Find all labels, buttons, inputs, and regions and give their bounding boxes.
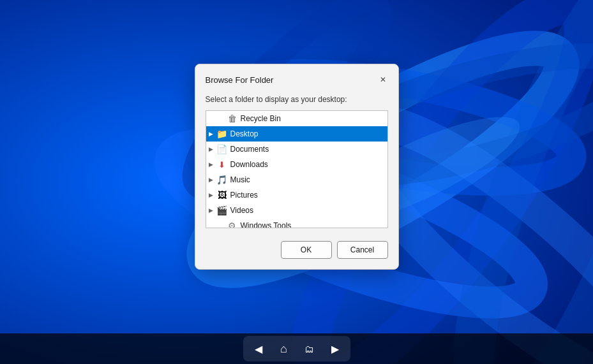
documents-icon: 📄 (216, 143, 228, 155)
dialog-body: Select a folder to display as your deskt… (195, 92, 398, 236)
downloads-label: Downloads (230, 160, 268, 169)
tree-item-documents[interactable]: ▶ 📄 Documents (206, 142, 387, 157)
tree-item-downloads[interactable]: ▶ ⬇ Downloads (206, 157, 387, 172)
arrow-downloads: ▶ (206, 159, 216, 170)
dialog-footer: OK Cancel (195, 236, 398, 269)
arrow-pictures: ▶ (206, 190, 216, 200)
music-icon: 🎵 (216, 174, 228, 186)
dialog-titlebar: Browse For Folder ✕ (195, 64, 398, 92)
arrow-music: ▶ (206, 175, 216, 185)
cancel-button[interactable]: Cancel (337, 241, 388, 259)
tree-item-pictures[interactable]: ▶ 🖼 Pictures (206, 187, 387, 203)
arrow-documents: ▶ (206, 144, 216, 154)
windows-tools-label: Windows Tools (241, 221, 292, 228)
music-label: Music (230, 175, 250, 184)
downloads-icon: ⬇ (216, 159, 228, 170)
ok-button[interactable]: OK (281, 241, 332, 259)
arrow-desktop: ▶ (206, 129, 216, 139)
tree-item-windows-tools[interactable]: ▶ ⚙ Windows Tools (206, 218, 387, 228)
recycle-bin-icon: 🗑 (227, 113, 238, 124)
recycle-bin-label: Recycle Bin (241, 114, 281, 123)
tree-item-videos[interactable]: ▶ 🎬 Videos (206, 203, 387, 218)
tree-item-music[interactable]: ▶ 🎵 Music (206, 172, 387, 187)
arrow-videos: ▶ (206, 205, 216, 215)
folder-tree[interactable]: ▶ 🗑 Recycle Bin ▶ 📁 Desktop ▶ 📄 Document… (206, 110, 388, 228)
browse-folder-dialog: Browse For Folder ✕ Select a folder to d… (195, 64, 399, 270)
tree-item-desktop[interactable]: ▶ 📁 Desktop (206, 126, 387, 142)
tree-item-recycle-bin[interactable]: ▶ 🗑 Recycle Bin (206, 111, 387, 126)
desktop-icon: 📁 (216, 128, 228, 140)
pictures-label: Pictures (230, 191, 258, 200)
desktop-label: Desktop (230, 129, 259, 138)
dialog-description: Select a folder to display as your deskt… (206, 95, 388, 104)
dialog-overlay: Browse For Folder ✕ Select a folder to d… (0, 0, 593, 364)
windows-tools-icon: ⚙ (227, 220, 238, 228)
dialog-title: Browse For Folder (206, 75, 274, 85)
pictures-icon: 🖼 (216, 189, 228, 201)
videos-icon: 🎬 (216, 205, 228, 216)
videos-label: Videos (230, 206, 253, 215)
documents-label: Documents (230, 145, 269, 154)
close-button[interactable]: ✕ (375, 72, 391, 87)
